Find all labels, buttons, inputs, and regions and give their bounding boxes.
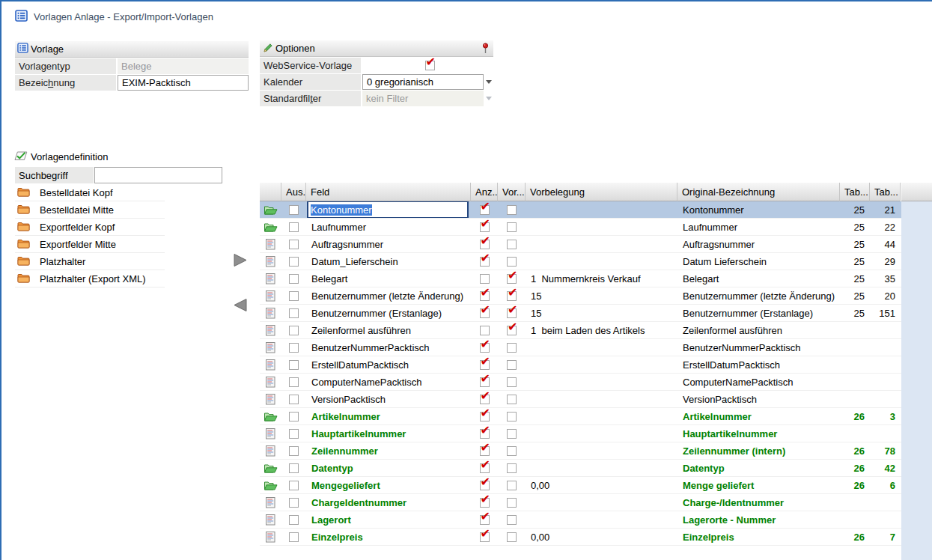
aus-cell[interactable] xyxy=(281,460,306,476)
aus-cell[interactable] xyxy=(281,391,306,407)
feld-cell[interactable]: Laufnummer xyxy=(306,219,471,235)
aus-cell[interactable] xyxy=(281,529,306,545)
folder-item[interactable]: Platzhalter xyxy=(15,253,165,270)
anz-cell[interactable]: ✔ xyxy=(471,253,498,270)
aus-cell[interactable] xyxy=(281,236,306,252)
vor-cell[interactable] xyxy=(498,339,526,356)
table-row[interactable]: Einzelpreis ✔ 0,00 Einzelpreis 26 7 xyxy=(260,529,901,546)
table-row[interactable]: Benutzernummer (letzte Änderung) ✔ ✔ 15 … xyxy=(260,287,901,305)
vorbelegung-cell[interactable] xyxy=(526,442,677,459)
anz-cell[interactable]: ✔ xyxy=(471,287,498,304)
table-row[interactable]: VersionPacktisch ✔ VersionPacktisch xyxy=(260,391,901,408)
table-header-cell[interactable]: Tab... xyxy=(840,183,870,201)
kalender-value[interactable]: 0 gregorianisch xyxy=(362,74,484,90)
vorbelegung-cell[interactable] xyxy=(526,408,677,424)
vor-cell[interactable] xyxy=(498,460,526,476)
anz-checkbox[interactable]: ✔ xyxy=(480,257,490,267)
vor-checkbox[interactable] xyxy=(507,257,517,267)
vor-cell[interactable] xyxy=(498,408,526,424)
aus-checkbox[interactable] xyxy=(289,395,299,404)
vor-cell[interactable] xyxy=(498,236,526,252)
anz-checkbox[interactable]: ✔ xyxy=(480,515,490,525)
aus-checkbox[interactable] xyxy=(289,343,299,353)
anz-checkbox[interactable]: ✔ xyxy=(480,481,490,490)
aus-cell[interactable] xyxy=(281,511,306,528)
aus-checkbox[interactable] xyxy=(289,515,299,525)
anz-checkbox[interactable]: ✔ xyxy=(480,395,490,404)
anz-cell[interactable]: ✔ xyxy=(471,374,498,390)
aus-checkbox[interactable] xyxy=(289,498,299,508)
aus-checkbox[interactable] xyxy=(289,360,299,370)
aus-checkbox[interactable] xyxy=(289,532,299,542)
vor-cell[interactable] xyxy=(498,219,526,235)
table-row[interactable]: Belegart ✔ 1 Nummernkreis Verkauf Belega… xyxy=(260,270,901,287)
vorbelegung-cell[interactable] xyxy=(526,339,677,356)
feld-cell[interactable]: Mengegeliefert xyxy=(306,477,471,493)
table-header-cell[interactable]: Vor... xyxy=(498,183,526,201)
aus-cell[interactable] xyxy=(281,408,306,424)
anz-checkbox[interactable] xyxy=(480,274,490,284)
vorbelegung-cell[interactable]: 15 xyxy=(526,305,677,321)
vorbelegung-cell[interactable]: 15 xyxy=(526,287,677,304)
vor-checkbox[interactable]: ✔ xyxy=(507,291,517,301)
anz-checkbox[interactable]: ✔ xyxy=(480,463,490,473)
feld-cell[interactable]: BenutzerNummerPacktisch xyxy=(306,339,471,356)
anz-checkbox[interactable]: ✔ xyxy=(480,291,490,301)
webservice-checkbox[interactable]: ✔ xyxy=(425,61,435,70)
anz-checkbox[interactable]: ✔ xyxy=(480,532,490,542)
anz-cell[interactable]: ✔ xyxy=(471,425,498,442)
aus-cell[interactable] xyxy=(281,494,306,511)
table-header-cell[interactable]: Vorbelegung xyxy=(526,183,677,201)
anz-checkbox[interactable]: ✔ xyxy=(480,205,490,215)
anz-checkbox[interactable]: ✔ xyxy=(480,446,490,456)
vor-cell[interactable] xyxy=(498,374,526,390)
table-row[interactable]: ErstellDatumPacktisch ✔ ErstellDatumPack… xyxy=(260,356,901,374)
feld-cell[interactable]: Benutzernummer (letzte Änderung) xyxy=(306,287,471,304)
anz-cell[interactable]: ✔ xyxy=(471,356,498,373)
table-row[interactable]: Benutzernummer (Erstanlage) ✔ ✔ 15 Benut… xyxy=(260,305,901,322)
vor-checkbox[interactable] xyxy=(507,222,517,232)
vor-checkbox[interactable] xyxy=(507,446,517,456)
anz-cell[interactable]: ✔ xyxy=(471,477,498,493)
anz-checkbox[interactable]: ✔ xyxy=(480,222,490,232)
vorbelegung-cell[interactable] xyxy=(526,511,677,528)
feld-cell[interactable]: Lagerort xyxy=(306,511,471,528)
kalender-select[interactable]: 0 gregorianisch xyxy=(362,74,493,90)
vorbelegung-cell[interactable] xyxy=(526,494,677,511)
feld-cell[interactable]: Datum_Lieferschein xyxy=(306,253,471,270)
table-row[interactable]: ChargeIdentnummer ✔ Charge-/Identnummer xyxy=(260,494,901,511)
table-row[interactable]: Artikelnummer ✔ Artikelnummer 26 3 xyxy=(260,408,901,425)
table-row[interactable]: Lagerort ✔ Lagerorte - Nummer xyxy=(260,511,901,529)
vor-cell[interactable] xyxy=(498,201,526,218)
feld-edit-input[interactable]: Kontonummer xyxy=(307,201,469,218)
vor-checkbox[interactable] xyxy=(507,343,517,353)
vor-checkbox[interactable] xyxy=(507,412,517,421)
aus-cell[interactable] xyxy=(281,219,306,235)
folder-item[interactable]: Platzhalter (Export XML) xyxy=(15,270,165,287)
aus-cell[interactable] xyxy=(281,477,306,493)
move-right-button[interactable] xyxy=(232,253,250,268)
anz-cell[interactable]: ✔ xyxy=(471,460,498,476)
vorbelegung-cell[interactable] xyxy=(526,374,677,390)
aus-cell[interactable] xyxy=(281,270,306,287)
table-header-cell[interactable] xyxy=(260,183,281,201)
anz-cell[interactable]: ✔ xyxy=(471,442,498,459)
anz-cell[interactable]: ✔ xyxy=(471,529,498,545)
table-row[interactable]: BenutzerNummerPacktisch ✔ BenutzerNummer… xyxy=(260,339,901,356)
table-row[interactable]: Datentyp ✔ Datentyp 26 42 xyxy=(260,460,901,477)
aus-checkbox[interactable] xyxy=(289,412,299,421)
feld-cell[interactable]: Hauptartikelnummer xyxy=(306,425,471,442)
vor-cell[interactable] xyxy=(498,494,526,511)
feld-cell[interactable]: VersionPacktisch xyxy=(306,391,471,407)
vorbelegung-cell[interactable] xyxy=(526,391,677,407)
anz-checkbox[interactable] xyxy=(480,326,490,335)
aus-cell[interactable] xyxy=(281,339,306,356)
vorbelegung-cell[interactable] xyxy=(526,460,677,476)
vor-cell[interactable] xyxy=(498,529,526,545)
vor-checkbox[interactable] xyxy=(507,429,517,439)
vor-cell[interactable] xyxy=(498,391,526,407)
aus-cell[interactable] xyxy=(281,322,306,338)
feld-cell[interactable]: Benutzernummer (Erstanlage) xyxy=(306,305,471,321)
pin-icon[interactable] xyxy=(481,43,490,56)
aus-cell[interactable] xyxy=(281,356,306,373)
